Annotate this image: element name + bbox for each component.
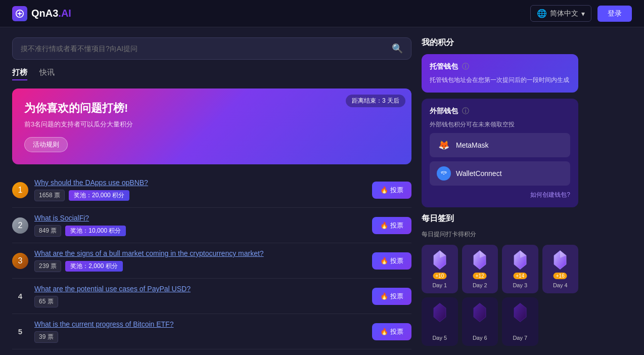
- vote-count: 239 票: [34, 260, 61, 272]
- rank-badge-3: 3: [12, 253, 28, 269]
- day-card-1[interactable]: +10 Day 1: [422, 245, 458, 293]
- item-title[interactable]: What is the current progress of Bitcoin …: [34, 320, 366, 328]
- day-bonus-2: +12: [473, 273, 487, 279]
- external-wallet-label: 外部钱包: [430, 107, 458, 116]
- banner-title: 为你喜欢的问题打榜!: [24, 101, 399, 116]
- item-title[interactable]: What is SocialFi?: [34, 214, 366, 222]
- info-icon[interactable]: ⓘ: [462, 107, 469, 116]
- day-card-5[interactable]: Day 5: [422, 297, 458, 346]
- item-title[interactable]: What are the potential use cases of PayP…: [34, 285, 366, 293]
- custodial-wallet-card: 托管钱包 ⓘ 托管钱包地址会在您第一次提问后的一段时间内生成: [422, 54, 578, 93]
- item-tags: 39 票: [34, 331, 366, 343]
- create-wallet-link[interactable]: 如何创建钱包?: [430, 191, 570, 199]
- my-points-title: 我的积分: [422, 37, 578, 48]
- day-label-7: Day 7: [505, 335, 535, 341]
- item-content: What is SocialFi? 849 票 奖池：10,000 积分: [34, 214, 366, 237]
- list-item: 3 What are the signs of a bull market co…: [12, 243, 411, 279]
- svg-marker-9: [434, 303, 446, 322]
- vote-button[interactable]: 🔥 投票: [372, 323, 411, 340]
- day-grid: +10 Day 1 +12 Day 2: [422, 245, 578, 346]
- item-tags: 65 票: [34, 296, 366, 307]
- custodial-wallet-label: 托管钱包: [430, 62, 458, 71]
- search-icon[interactable]: 🔍: [392, 43, 403, 54]
- tab-leaderboard[interactable]: 打榜: [12, 68, 27, 80]
- svg-marker-10: [474, 303, 486, 322]
- rank-badge-1: 1: [12, 182, 28, 198]
- list-item: 5 What is the current progress of Bitcoi…: [12, 314, 411, 349]
- vote-count: 1658 票: [34, 190, 65, 201]
- external-wallet-desc: 外部钱包积分可在未来领取空投: [430, 120, 570, 129]
- metamask-label: MetaMask: [456, 141, 489, 149]
- metamask-icon: 🦊: [437, 138, 451, 152]
- header-right: 🌐 简体中文 ▾ 登录: [530, 5, 632, 22]
- logo: QnA3.AI: [12, 6, 71, 21]
- list-item: 4 What are the potential use cases of Pa…: [12, 279, 411, 314]
- item-content: What are the potential use cases of PayP…: [34, 285, 366, 307]
- day-card-6[interactable]: Day 6: [462, 297, 498, 346]
- lang-label: 简体中文: [550, 9, 578, 18]
- vote-button[interactable]: 🔥 投票: [372, 217, 411, 234]
- walletconnect-option[interactable]: WalletConnect: [430, 161, 570, 186]
- daily-checkin-section: 每日签到 每日提问打卡得积分 +10 Day 1: [422, 213, 578, 346]
- search-input[interactable]: [21, 45, 392, 53]
- item-content: What are the signs of a bull market comi…: [34, 249, 366, 272]
- prize-badge: 奖池：20,000 积分: [69, 190, 129, 201]
- search-bar: 🔍: [12, 37, 411, 60]
- list-item: 2 What is SocialFi? 849 票 奖池：10,000 积分 🔥…: [12, 208, 411, 243]
- vote-count: 39 票: [34, 331, 58, 343]
- vote-button[interactable]: 🔥 投票: [372, 252, 411, 270]
- item-tags: 239 票 奖池：2,000 积分: [34, 260, 366, 272]
- vote-count: 65 票: [34, 296, 58, 307]
- day-card-4[interactable]: +16 Day 4: [542, 245, 579, 293]
- tab-bar: 打榜 快讯: [12, 68, 411, 80]
- vote-button[interactable]: 🔥 投票: [372, 182, 411, 199]
- tab-news[interactable]: 快讯: [39, 68, 55, 80]
- prize-badge: 奖池：2,000 积分: [65, 261, 122, 272]
- vote-button[interactable]: 🔥 投票: [372, 288, 411, 305]
- day-label-6: Day 6: [465, 335, 495, 341]
- right-panel: 我的积分 托管钱包 ⓘ 托管钱包地址会在您第一次提问后的一段时间内生成 外部钱包…: [422, 37, 578, 355]
- item-tags: 849 票 奖池：10,000 积分: [34, 225, 366, 237]
- item-content: What is the current progress of Bitcoin …: [34, 320, 366, 343]
- list-item: 1 Why should the DApps use opBNB? 1658 票…: [12, 172, 411, 208]
- language-selector[interactable]: 🌐 简体中文 ▾: [530, 5, 591, 22]
- rank-badge-5: 5: [12, 324, 28, 340]
- daily-checkin-title: 每日签到: [422, 213, 578, 224]
- main-layout: 🔍 打榜 快讯 距离结束：3 天后 为你喜欢的问题打榜! 前3名问题的支持者可以…: [0, 27, 644, 355]
- day-bonus-4: +16: [554, 273, 567, 279]
- day-card-3[interactable]: +14 Day 3: [502, 245, 538, 293]
- svg-marker-11: [514, 303, 526, 322]
- day-card-2[interactable]: +12 Day 2: [462, 245, 498, 293]
- card-header: 外部钱包 ⓘ: [430, 107, 570, 116]
- left-panel: 🔍 打榜 快讯 距离结束：3 天后 为你喜欢的问题打榜! 前3名问题的支持者可以…: [12, 37, 411, 355]
- banner-rules-button[interactable]: 活动规则: [24, 137, 68, 152]
- list-item: 6 How will the attack event in Curve Poo…: [12, 349, 411, 355]
- rank-badge-2: 2: [12, 217, 28, 234]
- walletconnect-icon: [437, 166, 451, 181]
- item-content: Why should the DApps use opBNB? 1658 票 奖…: [34, 179, 366, 201]
- day-label-1: Day 1: [425, 282, 455, 288]
- day-card-7[interactable]: Day 7: [502, 297, 538, 346]
- info-icon[interactable]: ⓘ: [462, 62, 469, 71]
- day-label-5: Day 5: [425, 335, 455, 341]
- banner-subtitle: 前3名问题的支持者可以瓜分大量积分: [24, 120, 399, 129]
- banner: 距离结束：3 天后 为你喜欢的问题打榜! 前3名问题的支持者可以瓜分大量积分 活…: [12, 88, 411, 164]
- prize-badge: 奖池：10,000 积分: [65, 226, 126, 236]
- custodial-wallet-desc: 托管钱包地址会在您第一次提问后的一段时间内生成: [430, 75, 570, 84]
- header: QnA3.AI 🌐 简体中文 ▾ 登录: [0, 0, 644, 27]
- logo-icon: [12, 6, 27, 21]
- walletconnect-label: WalletConnect: [456, 169, 502, 178]
- item-tags: 1658 票 奖池：20,000 积分: [34, 190, 366, 201]
- day-label-2: Day 2: [465, 282, 495, 288]
- vote-count: 849 票: [34, 225, 61, 237]
- item-title[interactable]: What are the signs of a bull market comi…: [34, 249, 366, 257]
- day-label-4: Day 4: [545, 282, 576, 288]
- card-header: 托管钱包 ⓘ: [430, 62, 570, 71]
- rank-badge-4: 4: [12, 288, 28, 304]
- chevron-down-icon: ▾: [581, 10, 585, 18]
- external-wallet-card: 外部钱包 ⓘ 外部钱包积分可在未来领取空投 🦊 MetaMask WalletC…: [422, 99, 578, 207]
- item-title[interactable]: Why should the DApps use opBNB?: [34, 179, 366, 187]
- banner-badge: 距离结束：3 天后: [346, 95, 405, 107]
- login-button[interactable]: 登录: [597, 6, 632, 22]
- metamask-option[interactable]: 🦊 MetaMask: [430, 133, 570, 157]
